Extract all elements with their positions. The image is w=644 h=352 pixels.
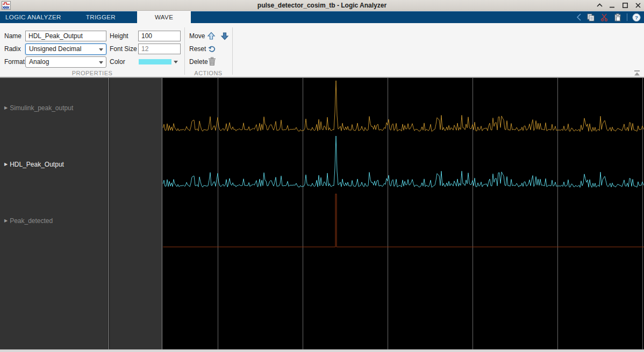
signal-values-panel [110,78,162,349]
move-up-button[interactable] [206,31,216,41]
reset-label: Reset [189,44,206,54]
signal-row-simulink-peak-output[interactable]: ▶ Simulink_peak_output [4,104,73,112]
radix-label: Radix [4,44,21,54]
delete-button[interactable] [207,56,217,66]
actions-section-label: ACTIONS [184,70,232,76]
signal-row-hdl-peak-output[interactable]: ▶ HDL_Peak_Output [4,160,64,169]
signal-row-peak-detected[interactable]: ▶ Peak_detected [4,217,53,225]
copy-icon[interactable] [586,13,595,21]
format-value: Analog [29,58,49,66]
name-input[interactable] [25,31,106,41]
height-label: Height [110,31,128,41]
move-label: Move [189,31,205,41]
waveform-viewer: ▶ Simulink_peak_output ▶ HDL_Peak_Output… [0,78,644,349]
name-label: Name [4,31,22,41]
expand-arrow-icon[interactable]: ▶ [4,160,8,169]
collapse-toolstrip-icon[interactable] [633,69,641,75]
height-input[interactable] [138,31,181,41]
minimize-icon[interactable] [609,2,616,9]
delete-label: Delete [189,56,208,67]
tab-logic-analyzer[interactable]: LOGIC ANALYZER [0,11,69,23]
arrow-up-icon [207,32,216,40]
logic-analyzer-window: pulse_detector_cosim_tb - Logic Analyzer… [0,0,644,352]
ribbon-tab-bar: LOGIC ANALYZER TRIGGER WAVE [0,11,644,23]
font-size-input[interactable] [138,44,181,54]
signal-names-panel: ▶ Simulink_peak_output ▶ HDL_Peak_Output… [0,78,109,349]
section-divider [232,27,233,75]
expand-arrow-icon[interactable]: ▶ [4,104,8,112]
color-label: Color [110,56,125,67]
color-swatch [139,59,171,64]
quick-access-toolbar: ? [576,11,641,23]
svg-text:?: ? [635,14,638,20]
radix-dropdown[interactable]: Unsigned Decimal [25,44,106,55]
move-down-button[interactable] [220,31,230,41]
radix-value: Unsigned Decimal [29,45,81,53]
cut-icon[interactable] [600,13,609,21]
undo-icon [207,45,217,53]
expand-arrow-icon[interactable]: ▶ [4,217,8,225]
trash-icon [208,57,216,66]
chevron-down-icon [99,48,103,51]
font-size-label: Font Size [110,44,137,54]
waveform-plot[interactable] [163,78,644,349]
format-dropdown[interactable]: Analog [25,56,106,68]
maximize-icon[interactable] [621,2,629,9]
window-title: pulse_detector_cosim_tb - Logic Analyzer [0,0,644,11]
paste-icon[interactable] [613,13,622,21]
signal-label: Simulink_peak_output [10,104,73,112]
signal-label: Peak_detected [10,217,53,225]
close-icon[interactable] [634,2,642,9]
help-icon[interactable]: ? [632,13,641,21]
signal-label: HDL_Peak_Output [10,161,64,168]
tab-wave[interactable]: WAVE [137,11,191,23]
tab-trigger[interactable]: TRIGGER [78,11,123,23]
title-bar: pulse_detector_cosim_tb - Logic Analyzer [0,0,644,11]
format-label: Format [4,56,25,67]
horizontal-scrollbar[interactable] [0,349,644,352]
chevron-left-icon[interactable] [576,13,582,21]
waveform-canvas[interactable] [163,78,644,349]
color-picker[interactable] [139,56,181,68]
chevron-down-icon [99,61,103,64]
properties-section-label: PROPERTIES [0,70,184,76]
reset-button[interactable] [207,44,217,54]
arrow-down-icon [220,32,229,40]
collapse-window-icon[interactable] [596,2,603,9]
toolbar-divider [627,13,627,21]
section-divider [184,27,185,75]
chevron-down-icon [174,61,178,63]
wave-toolstrip: Name Radix Unsigned Decimal Format Analo… [0,23,644,78]
